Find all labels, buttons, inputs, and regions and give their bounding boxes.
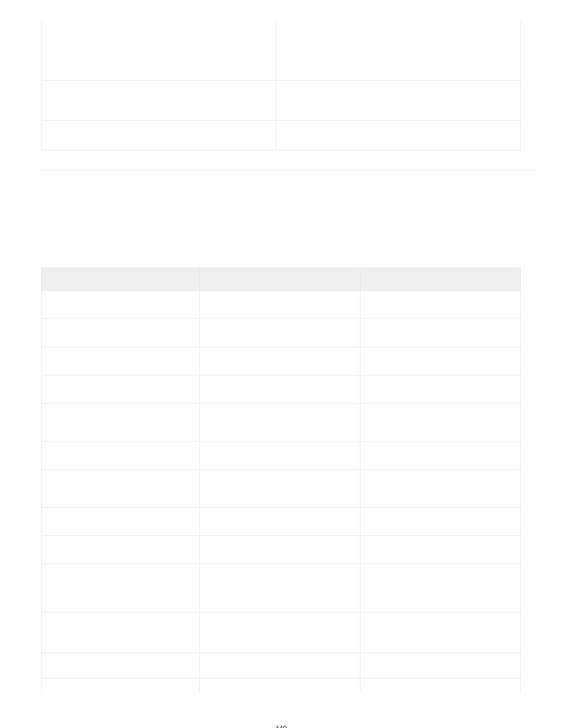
- table-cell: [42, 80, 276, 120]
- bottom-table: [41, 268, 521, 694]
- table-cell: [42, 318, 200, 347]
- table-cell: [360, 441, 520, 469]
- table-row: [42, 375, 521, 403]
- table-cell: [42, 347, 200, 375]
- table-row: [42, 318, 521, 347]
- table-cell: [276, 120, 521, 150]
- table-row: [42, 441, 521, 469]
- page-number: 449: [0, 724, 562, 728]
- table-row: [42, 120, 521, 150]
- table-cell: [200, 290, 360, 318]
- table-row: [42, 290, 521, 318]
- document-page: 449: [0, 21, 562, 728]
- table-cell: [360, 290, 520, 318]
- table-cell: [360, 403, 520, 441]
- section-divider: [41, 170, 535, 171]
- table-cell: [276, 80, 521, 120]
- table-row: [42, 403, 521, 441]
- table-cell: [200, 375, 360, 403]
- table-cell: [200, 441, 360, 469]
- table-cell: [200, 318, 360, 347]
- table-row: [42, 21, 521, 80]
- table-cell: [200, 507, 360, 535]
- table-header: [200, 268, 360, 290]
- table-cell: [200, 678, 360, 693]
- table-cell: [42, 535, 200, 564]
- table-row: [42, 347, 521, 375]
- table-cell: [360, 507, 520, 535]
- table-cell: [200, 347, 360, 375]
- table-cell: [360, 653, 520, 678]
- table-cell: [42, 469, 200, 507]
- table-cell: [360, 535, 520, 564]
- table-row: [42, 507, 521, 535]
- table-row: [42, 612, 521, 653]
- top-table: [41, 21, 521, 150]
- table-row: [42, 535, 521, 564]
- table-row: [42, 80, 521, 120]
- table-cell: [360, 469, 520, 507]
- table-cell: [360, 564, 520, 612]
- table-cell: [360, 375, 520, 403]
- table-row: [42, 678, 521, 693]
- table-cell: [360, 612, 520, 653]
- table-cell: [200, 469, 360, 507]
- table-header: [360, 268, 520, 290]
- table-cell: [360, 347, 520, 375]
- table-cell: [200, 653, 360, 678]
- table-cell: [42, 564, 200, 612]
- table-cell: [360, 678, 520, 693]
- table-cell: [42, 290, 200, 318]
- table-cell: [42, 120, 276, 150]
- table-cell: [42, 612, 200, 653]
- table-cell: [42, 403, 200, 441]
- table-cell: [360, 318, 520, 347]
- table-cell: [42, 21, 276, 80]
- table-cell: [42, 653, 200, 678]
- table-cell: [42, 507, 200, 535]
- table-cell: [200, 535, 360, 564]
- table-cell: [200, 403, 360, 441]
- table-row: [42, 653, 521, 678]
- table-header: [42, 268, 200, 290]
- table-row: [42, 469, 521, 507]
- table-cell: [200, 564, 360, 612]
- table-row: [42, 564, 521, 612]
- table-header-row: [42, 268, 521, 290]
- table-cell: [42, 678, 200, 693]
- table-cell: [200, 612, 360, 653]
- table-cell: [276, 21, 521, 80]
- table-cell: [42, 375, 200, 403]
- table-cell: [42, 441, 200, 469]
